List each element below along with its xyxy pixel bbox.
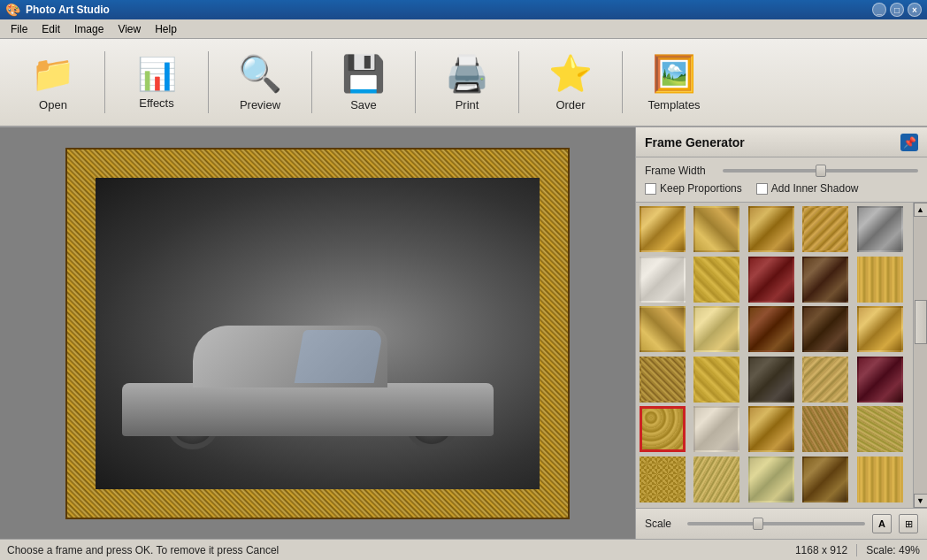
effects-button[interactable]: 📊 Effects: [112, 43, 201, 121]
maximize-button[interactable]: □: [890, 3, 904, 17]
app-title: Photo Art Studio: [26, 4, 110, 16]
order-button[interactable]: ⭐ Order: [526, 43, 615, 121]
minimize-button[interactable]: _: [872, 3, 886, 17]
frame-thumb-13[interactable]: [748, 306, 794, 352]
add-inner-shadow-label: Add Inner Shadow: [771, 182, 859, 195]
frame-thumb-4[interactable]: [802, 206, 848, 252]
order-label: Order: [555, 98, 585, 111]
frame-scrollbar: ▲ ▼: [913, 203, 927, 508]
frame-width-slider[interactable]: [723, 169, 918, 173]
menubar: File Edit Image View Help: [0, 19, 927, 39]
menu-file[interactable]: File: [4, 21, 34, 37]
scroll-thumb[interactable]: [915, 300, 927, 344]
toolbar-separator-4: [415, 51, 416, 113]
frame-thumb-25[interactable]: [857, 406, 903, 452]
statusbar: Choose a frame and press OK. To remove i…: [0, 539, 927, 560]
preview-icon: 🔍: [238, 53, 282, 95]
frame-thumb-10[interactable]: [857, 257, 903, 303]
order-icon: ⭐: [548, 53, 593, 95]
frame-thumb-16[interactable]: [640, 357, 686, 403]
toolbar-separator-6: [622, 51, 623, 113]
frame-thumb-2[interactable]: [693, 206, 739, 252]
photo-frame: [65, 148, 570, 519]
frame-thumb-8[interactable]: [748, 257, 794, 303]
save-label: Save: [350, 98, 377, 111]
frame-thumb-9[interactable]: [802, 257, 848, 303]
frame-thumb-15[interactable]: [857, 306, 903, 352]
frame-thumb-18[interactable]: [748, 357, 794, 403]
save-icon: 💾: [341, 53, 386, 95]
frame-thumb-12[interactable]: [693, 306, 739, 352]
print-button[interactable]: 🖨️ Print: [423, 43, 511, 121]
frame-thumb-11[interactable]: [640, 306, 686, 352]
car-main: [122, 383, 494, 436]
keep-proportions-label: Keep Proportions: [660, 182, 742, 195]
menu-image[interactable]: Image: [67, 21, 111, 37]
scroll-up-arrow[interactable]: ▲: [914, 203, 928, 217]
frame-thumb-17[interactable]: [693, 357, 739, 403]
templates-button[interactable]: 🖼️ Templates: [630, 43, 718, 121]
frame-thumb-23[interactable]: [748, 406, 794, 452]
frame-thumb-6[interactable]: [640, 257, 686, 303]
frame-thumb-14[interactable]: [802, 306, 848, 352]
menu-help[interactable]: Help: [148, 21, 184, 37]
frame-thumb-5[interactable]: [857, 206, 903, 252]
frame-thumb-22[interactable]: [693, 406, 739, 452]
frame-thumb-20[interactable]: [857, 357, 903, 403]
scale-slider[interactable]: [687, 522, 865, 525]
app-icon: 🎨: [5, 3, 20, 17]
frame-width-thumb[interactable]: [816, 165, 826, 177]
toolbar-separator-2: [208, 51, 209, 113]
templates-icon: 🖼️: [652, 53, 696, 95]
scale-value: Scale: 49%: [866, 544, 920, 556]
car-image: [96, 178, 540, 489]
main-area: Frame Generator 📌 Frame Width Keep Propo…: [0, 127, 927, 539]
frame-thumb-1[interactable]: [640, 206, 686, 252]
status-divider: [856, 544, 857, 556]
menu-view[interactable]: View: [111, 21, 148, 37]
effects-label: Effects: [139, 96, 174, 110]
toolbar-separator-1: [104, 51, 105, 113]
frame-grid: [636, 203, 913, 508]
window-controls: _ □ ×: [872, 3, 922, 17]
frame-thumb-7[interactable]: [693, 257, 739, 303]
frame-thumb-24[interactable]: [802, 406, 848, 452]
preview-label: Preview: [240, 98, 280, 111]
scale-label: Scale: [645, 518, 680, 530]
status-message: Choose a frame and press OK. To remove i…: [7, 544, 279, 556]
preview-button[interactable]: 🔍 Preview: [216, 43, 304, 121]
frame-width-row: Frame Width: [645, 165, 918, 177]
add-inner-shadow-checkbox[interactable]: Add Inner Shadow: [756, 182, 859, 195]
frame-thumb-27[interactable]: [693, 456, 739, 502]
frame-thumb-28[interactable]: [748, 456, 794, 502]
frame-inner: [96, 178, 540, 489]
toolbar: 📁 Open 📊 Effects 🔍 Preview 💾 Save 🖨️ Pri…: [0, 39, 927, 127]
frame-thumb-19[interactable]: [802, 357, 848, 403]
frame-thumb-3[interactable]: [748, 206, 794, 252]
frame-thumb-26[interactable]: [640, 456, 686, 502]
frame-border: [65, 148, 570, 519]
open-label: Open: [39, 98, 67, 111]
print-icon: 🖨️: [445, 53, 489, 95]
scale-thumb[interactable]: [753, 518, 763, 530]
keep-proportions-box[interactable]: [645, 183, 656, 195]
scale-a-button[interactable]: A: [872, 514, 892, 533]
menu-edit[interactable]: Edit: [34, 21, 67, 37]
frame-thumb-30[interactable]: [857, 456, 903, 502]
templates-label: Templates: [647, 98, 700, 111]
scale-fit-button[interactable]: ⊞: [899, 514, 918, 533]
panel-pin-button[interactable]: 📌: [900, 134, 918, 151]
save-button[interactable]: 💾 Save: [319, 43, 408, 121]
close-button[interactable]: ×: [908, 3, 922, 17]
add-inner-shadow-box[interactable]: [756, 183, 768, 195]
right-panel: Frame Generator 📌 Frame Width Keep Propo…: [635, 127, 927, 539]
image-dimensions: 1168 x 912: [795, 544, 847, 556]
open-button[interactable]: 📁 Open: [9, 43, 97, 121]
keep-proportions-checkbox[interactable]: Keep Proportions: [645, 182, 742, 195]
panel-header: Frame Generator 📌: [636, 127, 927, 157]
frame-thumb-29[interactable]: [802, 456, 848, 502]
frame-thumb-21[interactable]: [640, 406, 686, 452]
scroll-down-arrow[interactable]: ▼: [914, 494, 928, 508]
panel-title: Frame Generator: [645, 135, 745, 150]
panel-bottom: Scale A ⊞: [636, 508, 927, 539]
